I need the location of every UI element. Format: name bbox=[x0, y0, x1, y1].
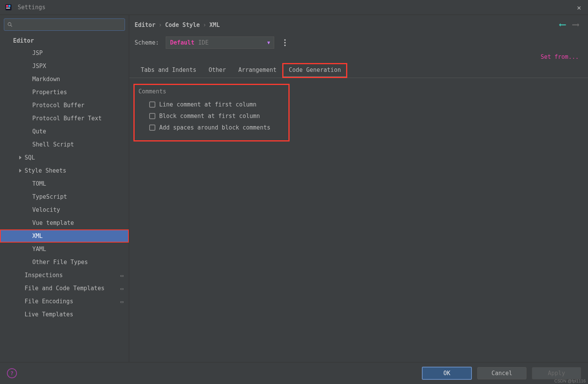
sidebar-item-file-and-code-templates[interactable]: File and Code Templates▭ bbox=[0, 282, 129, 295]
nav-forward-icon: 🠖 bbox=[572, 20, 580, 30]
sidebar-item-label: YAML bbox=[32, 246, 46, 253]
sidebar-item-typescript[interactable]: TypeScript bbox=[0, 190, 129, 203]
sidebar-item-label: Shell Script bbox=[32, 141, 74, 148]
sidebar-item-label: Inspections bbox=[25, 272, 63, 279]
sidebar-item-label: Qute bbox=[32, 128, 46, 135]
breadcrumb-sep: › bbox=[203, 22, 207, 28]
sidebar-item-protocol-buffer[interactable]: Protocol Buffer bbox=[0, 99, 129, 112]
sidebar-item-label: JSPX bbox=[32, 63, 46, 70]
scheme-actions-icon[interactable] bbox=[281, 39, 289, 46]
apply-button-label: Apply bbox=[548, 370, 565, 377]
checkbox-box bbox=[149, 101, 155, 108]
sidebar-item-live-templates[interactable]: Live Templates bbox=[0, 308, 129, 321]
comments-group: Comments Line comment at first columnBlo… bbox=[135, 85, 288, 140]
checkbox-label: Block comment at first column bbox=[159, 113, 260, 120]
sidebar-item-vue-template[interactable]: Vue template bbox=[0, 216, 129, 229]
checkbox-label: Line comment at first column bbox=[159, 101, 257, 108]
sidebar-item-label: File Encodings bbox=[25, 298, 73, 305]
checkbox-label: Add spaces around block comments bbox=[159, 124, 270, 131]
cancel-button[interactable]: Cancel bbox=[477, 367, 526, 379]
sidebar-item-label: XML bbox=[32, 233, 43, 239]
sidebar-item-style-sheets[interactable]: Style Sheets bbox=[0, 164, 129, 177]
project-scope-icon: ▭ bbox=[120, 299, 123, 304]
checkbox-add-spaces-around-block-comments[interactable]: Add spaces around block comments bbox=[138, 122, 285, 133]
sidebar-item-label: Markdown bbox=[32, 76, 60, 83]
checkbox-line-comment-at-first-column[interactable]: Line comment at first column bbox=[138, 99, 285, 110]
sidebar-item-markdown[interactable]: Markdown bbox=[0, 73, 129, 86]
svg-point-4 bbox=[8, 23, 11, 26]
sidebar-item-inspections[interactable]: Inspections▭ bbox=[0, 269, 129, 282]
help-icon[interactable]: ? bbox=[7, 368, 17, 378]
sidebar-item-yaml[interactable]: YAML bbox=[0, 243, 129, 256]
sidebar-item-label: Vue template bbox=[32, 219, 74, 226]
search-box[interactable] bbox=[4, 18, 125, 31]
sidebar-item-label: Properties bbox=[32, 89, 67, 96]
set-from-link[interactable]: Set from... bbox=[541, 53, 579, 60]
sidebar-item-shell-script[interactable]: Shell Script bbox=[0, 138, 129, 151]
sidebar-item-label: JSP bbox=[32, 50, 43, 57]
sidebar-item-jsp[interactable]: JSP bbox=[0, 47, 129, 60]
svg-rect-1 bbox=[6, 5, 8, 7]
sidebar-item-protocol-buffer-text[interactable]: Protocol Buffer Text bbox=[0, 112, 129, 125]
sidebar-item-qute[interactable]: Qute bbox=[0, 125, 129, 138]
scheme-select[interactable]: Default IDE ▼ bbox=[166, 37, 274, 49]
breadcrumb: Editor › Code Style › XML bbox=[135, 22, 220, 28]
breadcrumb-editor[interactable]: Editor bbox=[135, 22, 155, 28]
sidebar-item-label: TOML bbox=[32, 180, 46, 187]
breadcrumb-codestyle[interactable]: Code Style bbox=[165, 22, 200, 28]
tab-other[interactable]: Other bbox=[203, 63, 232, 78]
cancel-button-label: Cancel bbox=[491, 370, 512, 377]
tab-code-generation[interactable]: Code Generation bbox=[283, 63, 347, 78]
sidebar-item-label: Velocity bbox=[32, 206, 60, 213]
sidebar-item-label: Style Sheets bbox=[25, 167, 66, 174]
sidebar-item-other-file-types[interactable]: Other File Types bbox=[0, 256, 129, 269]
window-title: Settings bbox=[18, 4, 45, 11]
tabs: Tabs and IndentsOtherArrangementCode Gen… bbox=[129, 60, 588, 78]
checkbox-box bbox=[149, 125, 155, 131]
sidebar-item-file-encodings[interactable]: File Encodings▭ bbox=[0, 295, 129, 308]
settings-tree[interactable]: JSPJSPXMarkdownPropertiesProtocol Buffer… bbox=[0, 47, 129, 362]
checkbox-block-comment-at-first-column[interactable]: Block comment at first column bbox=[138, 110, 285, 122]
ok-button[interactable]: OK bbox=[422, 367, 472, 380]
tab-tabs-and-indents[interactable]: Tabs and Indents bbox=[135, 63, 203, 78]
search-input[interactable] bbox=[15, 21, 122, 28]
sidebar-item-label: Protocol Buffer bbox=[32, 102, 84, 109]
sidebar-item-label: SQL bbox=[25, 154, 35, 161]
project-scope-icon: ▭ bbox=[120, 273, 123, 278]
tab-content: Comments Line comment at first columnBlo… bbox=[129, 78, 588, 147]
checkbox-box bbox=[149, 113, 155, 119]
sidebar-item-toml[interactable]: TOML bbox=[0, 177, 129, 190]
ok-button-label: OK bbox=[443, 370, 450, 377]
sidebar-item-label: Other File Types bbox=[32, 259, 88, 266]
sidebar-item-jspx[interactable]: JSPX bbox=[0, 60, 129, 73]
apply-button: Apply bbox=[532, 367, 581, 379]
project-scope-icon: ▭ bbox=[120, 286, 123, 291]
close-icon[interactable]: ✕ bbox=[575, 3, 583, 12]
tab-arrangement[interactable]: Arrangement bbox=[232, 63, 283, 78]
dialog-footer: ? OK Cancel Apply bbox=[0, 362, 588, 384]
scheme-label: Scheme: bbox=[135, 39, 159, 46]
sidebar-item-velocity[interactable]: Velocity bbox=[0, 203, 129, 216]
scheme-row: Scheme: Default IDE ▼ bbox=[129, 31, 588, 52]
search-icon bbox=[7, 22, 13, 27]
comments-heading: Comments bbox=[138, 88, 285, 99]
sidebar-item-properties[interactable]: Properties bbox=[0, 86, 129, 99]
watermark: CSDN @fpl1116 bbox=[555, 379, 586, 383]
sidebar-item-label: Protocol Buffer Text bbox=[32, 115, 102, 122]
nav-back-icon[interactable]: 🠔 bbox=[559, 20, 566, 30]
breadcrumb-sep: › bbox=[158, 22, 162, 28]
sidebar-heading-editor[interactable]: Editor bbox=[0, 34, 129, 47]
scheme-value: Default bbox=[170, 39, 194, 46]
svg-rect-3 bbox=[6, 8, 10, 8]
scheme-tag: IDE bbox=[198, 39, 208, 46]
breadcrumb-xml: XML bbox=[210, 22, 220, 28]
sidebar-item-sql[interactable]: SQL bbox=[0, 151, 129, 164]
main-panel: Editor › Code Style › XML 🠔 🠖 Scheme: De… bbox=[129, 15, 588, 362]
sidebar-item-label: TypeScript bbox=[32, 193, 67, 200]
chevron-down-icon: ▼ bbox=[267, 40, 270, 45]
settings-window: Settings ✕ Editor JSPJSPXMarkdownPropert… bbox=[0, 0, 588, 384]
sidebar-item-xml[interactable]: XML bbox=[0, 229, 129, 243]
sidebar-item-label: File and Code Templates bbox=[25, 285, 105, 292]
sidebar: Editor JSPJSPXMarkdownPropertiesProtocol… bbox=[0, 15, 129, 362]
sidebar-item-label: Live Templates bbox=[25, 311, 73, 318]
